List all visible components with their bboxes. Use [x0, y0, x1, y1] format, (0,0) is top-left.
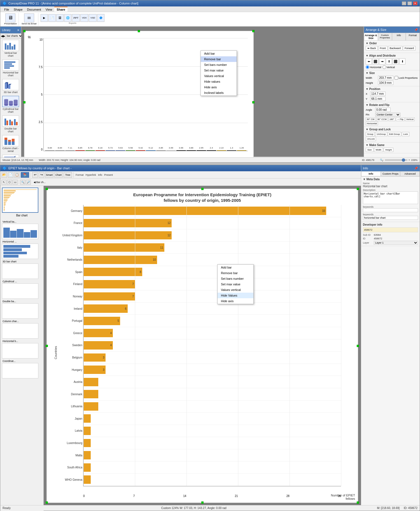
lib-thumb-col-serial[interactable] — [2, 323, 38, 339]
chart-thumbnail[interactable] — [2, 188, 38, 213]
ctx-hide-values[interactable]: Hide values — [201, 79, 237, 84]
present-btn[interactable]: Present — [104, 173, 113, 177]
ctx-remove-bar[interactable]: Remove bar — [201, 56, 237, 62]
lib-thumb-hbar3d[interactable] — [2, 343, 38, 359]
bar-rect-Ser[interactable]: 6.85 — [75, 150, 85, 151]
info-btn-b[interactable]: Info — [97, 173, 103, 177]
tab-share[interactable]: Share — [54, 7, 67, 12]
hbar-bar-Lithuania[interactable] — [83, 402, 98, 411]
btn-backward[interactable]: Backward — [388, 46, 403, 50]
hbar-bar-Hungary[interactable]: 3 — [83, 366, 106, 374]
bar-rect-Gln[interactable]: 3.86 — [186, 150, 196, 151]
hbar-sel-br[interactable] — [357, 501, 359, 504]
tool-rect[interactable]: ▭ — [13, 180, 18, 185]
btn-send-back[interactable]: ⬅ Back — [366, 46, 378, 50]
align-bottom-btn[interactable]: ⬇ — [399, 58, 405, 64]
vsdx-btn[interactable]: VSD — [89, 14, 97, 22]
vdx-btn[interactable]: VDX — [80, 14, 88, 22]
hbar-bar-Denmark[interactable] — [83, 390, 98, 398]
tab-document[interactable]: Document — [25, 7, 43, 12]
zoom-thumb[interactable] — [402, 158, 405, 162]
hbar-sel-tr[interactable] — [357, 188, 359, 190]
align-left-btn[interactable]: ⬅ — [366, 58, 372, 64]
undo-btn[interactable]: ↩ — [32, 172, 38, 178]
make-same-size-btn[interactable]: Size — [366, 148, 374, 152]
lib-dropdown[interactable]: bar charts — [5, 34, 23, 38]
ctx-b-remove-bar[interactable]: Remove bar — [218, 270, 253, 276]
bar-rect-Leu[interactable]: 9.84 — [45, 150, 55, 151]
hbar-sel-bl[interactable] — [46, 501, 48, 504]
hbar-bar-Germany[interactable]: 33 — [83, 207, 326, 215]
ctx-values-vertical[interactable]: Values vertical — [201, 73, 237, 79]
chart-btn[interactable]: Chart — [54, 172, 63, 178]
ctx-b-hide-axis[interactable]: Hide axis — [218, 298, 253, 304]
ctx-add-bar[interactable]: Add bar — [201, 51, 237, 56]
bar-rect-Cys[interactable]: 1.26 — [237, 150, 246, 151]
ctx-b-values-vertical[interactable]: Values vertical — [218, 287, 253, 293]
btn-forward[interactable]: Forward — [403, 46, 416, 50]
hbar-bar-Norway[interactable]: 7 — [83, 292, 135, 301]
vertical-flip-btn[interactable]: Vertical — [405, 117, 415, 121]
hbar-bar-Sweden[interactable]: 4 — [83, 341, 113, 350]
lib-thumb-vertical[interactable] — [2, 224, 38, 239]
rot-180-btn[interactable]: 180° — [388, 117, 395, 121]
lock-btn[interactable]: Lock — [402, 132, 409, 136]
sel-handle-tr[interactable] — [252, 30, 255, 32]
pages-btn[interactable]: 📄 — [8, 172, 13, 178]
hbar-bar-Portugal[interactable]: 5 — [83, 317, 120, 325]
hbar-bar-Finland[interactable]: 7 — [83, 280, 135, 288]
hbar-bar-WHO Geneva[interactable] — [83, 475, 91, 484]
sel-handle-tc[interactable] — [138, 30, 140, 32]
bar-rect-Thr[interactable]: 5.58 — [126, 150, 135, 151]
format-btn-b[interactable]: Format — [75, 173, 84, 177]
meta-keywords2-input[interactable] — [363, 216, 418, 220]
arrange-panel-pin[interactable]: 📌 — [414, 28, 418, 32]
bar-rect-Pro[interactable]: 4.85 — [156, 150, 166, 151]
layers-btn[interactable]: 📋 — [14, 172, 20, 178]
hbar-sel-bc[interactable] — [201, 501, 204, 504]
tab-advanced-b[interactable]: Advanced — [400, 171, 420, 176]
bar-rect-Gly[interactable]: 7.11 — [65, 150, 75, 151]
flash-btn[interactable]: ▶ — [41, 14, 48, 22]
hbar-bar-Greece[interactable]: 4 — [83, 329, 113, 337]
hbar-bar-Belgium[interactable]: 3 — [83, 353, 106, 362]
presentation-btn[interactable]: 🖥 — [5, 13, 15, 22]
horizontal-radio[interactable]: Horizontal — [366, 65, 381, 69]
lib-item-vertical-bar[interactable]: Vertical bar chart — [1, 40, 20, 57]
pin-select[interactable]: Center-Center — [375, 113, 400, 117]
tab-view[interactable]: View — [43, 7, 55, 12]
bar-rect-His[interactable]: 2.22 — [217, 150, 226, 151]
bar-rect-Lys[interactable]: 5.12 — [146, 150, 155, 151]
bar-rect-Phe[interactable]: 3.96 — [176, 150, 186, 151]
width-input[interactable] — [378, 76, 393, 80]
ctx-hide-axis[interactable]: Hide axis — [201, 84, 237, 90]
hbar-bar-Italy[interactable]: 11 — [83, 243, 164, 252]
email-btn[interactable]: ✉ — [24, 13, 34, 22]
sel-handle-ml[interactable] — [23, 101, 25, 103]
maximize-btn[interactable]: □ — [407, 1, 412, 5]
ctx-b-set-bars-number[interactable]: Set bars number — [218, 276, 253, 281]
redo-btn[interactable]: ↪ — [39, 172, 44, 178]
hyperlink-btn[interactable]: Hyperlink — [85, 173, 97, 177]
tool-zoom-out[interactable]: 🔎 — [26, 180, 31, 185]
lib-thumb-horizontal[interactable] — [2, 244, 38, 259]
edit-group-btn[interactable]: Edit Group — [388, 132, 401, 136]
tab-info-b[interactable]: Info — [361, 171, 381, 176]
bar-rect-Asn[interactable]: 3.99 — [166, 150, 176, 151]
angle-input[interactable] — [375, 108, 391, 112]
bar-rect-Asp[interactable]: 5.42 — [136, 150, 145, 151]
lock-proportions-cb[interactable]: Lock Proportions — [395, 76, 418, 80]
lib-thumb-coord[interactable] — [2, 363, 38, 378]
lib-item-cylindrical-bar[interactable]: Cylindrical bar chart — [1, 96, 20, 113]
height-input[interactable] — [378, 81, 393, 85]
tool-zoom-in[interactable]: 🔍 — [20, 180, 25, 185]
vertical-radio[interactable]: Vertical — [382, 65, 395, 69]
ungroup-btn[interactable]: UnGroup — [375, 132, 387, 136]
lib-item-double-bar[interactable]: Double bar chart — [1, 115, 20, 133]
unlock-btn[interactable]: UnLock — [366, 137, 376, 141]
minimize-btn[interactable]: ─ — [402, 1, 406, 5]
hbar-bar-Spain[interactable]: 8 — [83, 268, 142, 276]
pdf-btn[interactable]: 📄 — [48, 14, 56, 22]
horizontal-flip-btn[interactable]: Horizontal — [366, 122, 378, 125]
bar-rect-Ile[interactable]: 5.73 — [106, 150, 115, 151]
